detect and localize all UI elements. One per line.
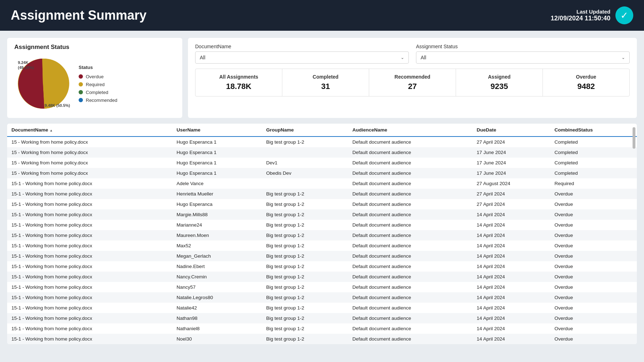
table-cell-4-1: Adele Vance — [172, 178, 262, 189]
col-header-groupname[interactable]: GroupName — [262, 124, 348, 137]
table-cell-16-0: 15-1 - Working from home policy.docx — [7, 303, 172, 313]
table-header-row: DocumentName UserName GroupName Audience… — [7, 124, 637, 137]
pie-label-bottom: 9.48K (50.5%) — [45, 103, 70, 108]
assignment-status-select[interactable]: All ⌄ — [416, 51, 630, 64]
table-cell-11-2: Big test group 1-2 — [262, 251, 348, 261]
table-cell-10-5: Overdue — [550, 240, 637, 251]
document-name-chevron-icon: ⌄ — [401, 55, 404, 60]
header-right: Last Updated 12/09/2024 11:50:40 ✓ — [551, 6, 633, 24]
overdue-label: Overdue — [546, 74, 626, 80]
col-header-duedate[interactable]: DueDate — [472, 124, 550, 137]
table-cell-5-4: 27 April 2024 — [472, 189, 550, 199]
table-cell-15-5: Overdue — [550, 292, 637, 303]
table-cell-19-2: Big test group 1-2 — [262, 334, 348, 344]
table-cell-16-1: Natalie42 — [172, 303, 262, 313]
col-header-combinedstatus[interactable]: CombinedStatus — [550, 124, 637, 137]
table-row: 15 - Working from home policy.docxHugo E… — [7, 158, 637, 168]
table-cell-18-5: Overdue — [550, 323, 637, 334]
table-cell-10-0: 15-1 - Working from home policy.docx — [7, 240, 172, 251]
table-cell-2-1: Hugo Esperanca 1 — [172, 158, 262, 168]
table-cell-11-1: Megan_Gerlach — [172, 251, 262, 261]
table-cell-8-5: Overdue — [550, 220, 637, 230]
document-name-select[interactable]: All ⌄ — [195, 51, 409, 64]
col-header-documentname[interactable]: DocumentName — [7, 124, 172, 137]
overdue-value: 9482 — [546, 82, 626, 91]
top-panels: Assignment Status — [7, 38, 637, 118]
header: Assignment Summary Last Updated 12/09/20… — [0, 0, 644, 31]
table-cell-13-5: Overdue — [550, 272, 637, 282]
table-cell-4-0: 15-1 - Working from home policy.docx — [7, 178, 172, 189]
table-cell-1-0: 15 - Working from home policy.docx — [7, 147, 172, 158]
table-row: 15-1 - Working from home policy.docxNath… — [7, 313, 637, 323]
table-cell-17-1: Nathan98 — [172, 313, 262, 323]
table-cell-13-2: Big test group 1-2 — [262, 272, 348, 282]
table-cell-18-1: Nathaniel8 — [172, 323, 262, 334]
table-cell-6-4: 27 April 2024 — [472, 199, 550, 209]
assigned-value: 9235 — [460, 82, 539, 91]
table-cell-5-0: 15-1 - Working from home policy.docx — [7, 189, 172, 199]
table-cell-7-4: 14 April 2024 — [472, 209, 550, 220]
table-cell-13-1: Nancy.Cremin — [172, 272, 262, 282]
legend-item-completed: Completed — [79, 90, 117, 95]
recommended-dot — [79, 98, 83, 102]
table-cell-6-0: 15-1 - Working from home policy.docx — [7, 199, 172, 209]
completed-value: 31 — [286, 82, 365, 91]
legend: Status Overdue Required Completed — [79, 65, 117, 103]
stat-recommended: Recommended 27 — [369, 69, 456, 96]
table-cell-8-4: 14 April 2024 — [472, 220, 550, 230]
table-cell-17-2: Big test group 1-2 — [262, 313, 348, 323]
table-cell-18-3: Default document audience — [348, 323, 472, 334]
table-cell-14-1: Nancy57 — [172, 282, 262, 292]
table-cell-19-3: Default document audience — [348, 334, 472, 344]
table-cell-0-3: Default document audience — [348, 137, 472, 147]
table-cell-3-2: Obedis Dev — [262, 168, 348, 178]
table-cell-15-0: 15-1 - Working from home policy.docx — [7, 292, 172, 303]
table-row: 15-1 - Working from home policy.docxNadi… — [7, 261, 637, 272]
table-cell-7-0: 15-1 - Working from home policy.docx — [7, 209, 172, 220]
table-cell-14-2: Big test group 1-2 — [262, 282, 348, 292]
filter-panel: DocumentName All ⌄ Assignment Status All… — [188, 38, 637, 118]
table-row: 15-1 - Working from home policy.docxNata… — [7, 292, 637, 303]
table-row: 15-1 - Working from home policy.docxAdel… — [7, 178, 637, 189]
table-cell-2-3: Default document audience — [348, 158, 472, 168]
table-cell-7-2: Big test group 1-2 — [262, 209, 348, 220]
table-cell-8-3: Default document audience — [348, 220, 472, 230]
table-cell-13-4: 14 April 2024 — [472, 272, 550, 282]
table-cell-0-2: Big test group 1-2 — [262, 137, 348, 147]
table-cell-14-5: Overdue — [550, 282, 637, 292]
table-row: 15-1 - Working from home policy.docxHenr… — [7, 189, 637, 199]
table-cell-15-3: Default document audience — [348, 292, 472, 303]
legend-required-label: Required — [86, 82, 105, 87]
table-row: 15 - Working from home policy.docxHugo E… — [7, 147, 637, 158]
table-cell-1-5: Completed — [550, 147, 637, 158]
data-table-panel: DocumentName UserName GroupName Audience… — [7, 124, 637, 344]
table-cell-3-3: Default document audience — [348, 168, 472, 178]
document-name-select-value: All — [200, 55, 401, 60]
legend-completed-label: Completed — [86, 90, 108, 95]
assignment-status-filter: Assignment Status All ⌄ — [416, 44, 630, 64]
table-cell-9-5: Overdue — [550, 230, 637, 240]
stat-overdue: Overdue 9482 — [543, 69, 629, 96]
col-header-audiencename[interactable]: AudienceName — [348, 124, 472, 137]
table-cell-9-1: Maureen.Moen — [172, 230, 262, 240]
table-cell-15-1: Natalie.Legros80 — [172, 292, 262, 303]
pie-chart: 9.24K (49.19%) 9.48K (50.5%) — [14, 55, 71, 112]
status-chart-area: 9.24K (49.19%) 9.48K (50.5%) Status Over… — [14, 55, 175, 112]
table-cell-2-5: Completed — [550, 158, 637, 168]
table-cell-13-0: 15-1 - Working from home policy.docx — [7, 272, 172, 282]
completed-dot — [79, 90, 83, 94]
table-cell-17-3: Default document audience — [348, 313, 472, 323]
table-cell-1-1: Hugo Esperanca 1 — [172, 147, 262, 158]
stats-row: All Assignments 18.78K Completed 31 Reco… — [195, 69, 630, 96]
table-cell-7-5: Overdue — [550, 209, 637, 220]
table-cell-2-4: 17 June 2024 — [472, 158, 550, 168]
table-cell-1-2 — [262, 147, 348, 158]
assigned-label: Assigned — [460, 74, 539, 80]
check-icon: ✓ — [615, 6, 633, 24]
table-cell-19-1: Noel30 — [172, 334, 262, 344]
table-row: 15-1 - Working from home policy.docxMega… — [7, 251, 637, 261]
table-cell-10-1: Max52 — [172, 240, 262, 251]
status-panel-title: Assignment Status — [14, 44, 175, 51]
table-cell-4-2 — [262, 178, 348, 189]
col-header-username[interactable]: UserName — [172, 124, 262, 137]
